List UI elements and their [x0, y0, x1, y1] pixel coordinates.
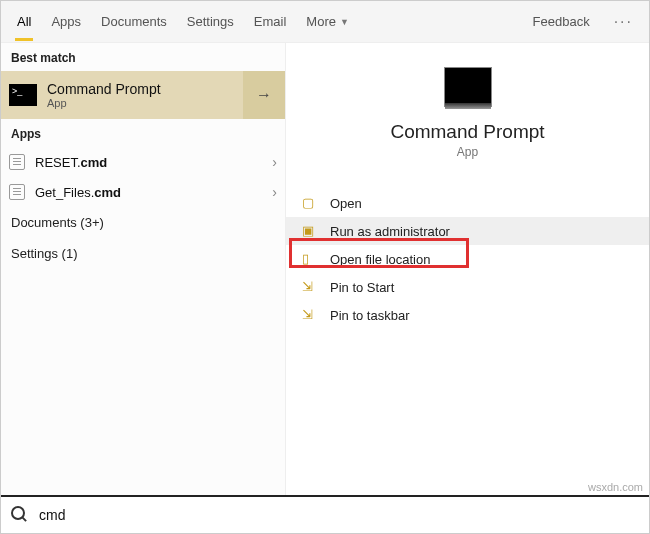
tab-more[interactable]: More▼	[296, 1, 359, 43]
settings-category[interactable]: Settings (1)	[1, 238, 285, 269]
action-label: Pin to Start	[330, 280, 394, 295]
tab-email[interactable]: Email	[244, 1, 297, 43]
pin-icon: ⇲	[302, 307, 318, 323]
tab-label: More	[306, 14, 336, 29]
action-open[interactable]: ▢ Open	[286, 189, 649, 217]
chevron-right-icon: ›	[272, 184, 277, 200]
chevron-right-icon: ›	[272, 154, 277, 170]
preview-panel: Command Prompt App ▢ Open ▣ Run as admin…	[286, 43, 649, 495]
cmd-file-icon	[9, 184, 25, 200]
tab-settings[interactable]: Settings	[177, 1, 244, 43]
best-match-item[interactable]: Command Prompt App →	[1, 71, 285, 119]
preview-subtitle: App	[286, 145, 649, 159]
filter-tabs: All Apps Documents Settings Email More▼ …	[1, 1, 649, 43]
best-match-title: Command Prompt	[47, 81, 243, 97]
action-label: Pin to taskbar	[330, 308, 410, 323]
feedback-link[interactable]: Feedback	[519, 14, 604, 29]
more-options-button[interactable]: ···	[604, 13, 643, 31]
action-label: Open	[330, 196, 362, 211]
best-match-sub: App	[47, 97, 243, 109]
tab-documents[interactable]: Documents	[91, 1, 177, 43]
best-match-text: Command Prompt App	[47, 81, 243, 109]
app-result-label: Get_Files.cmd	[35, 185, 272, 200]
app-result-label: RESET.cmd	[35, 155, 272, 170]
tab-label: Settings	[187, 14, 234, 29]
pin-icon: ⇲	[302, 279, 318, 295]
folder-icon: ▯	[302, 251, 318, 267]
preview-title: Command Prompt	[286, 121, 649, 143]
tab-label: Email	[254, 14, 287, 29]
search-bar	[1, 495, 649, 533]
documents-category[interactable]: Documents (3+)	[1, 207, 285, 238]
feedback-label: Feedback	[533, 14, 590, 29]
tab-label: Apps	[51, 14, 81, 29]
results-panel: Best match Command Prompt App → Apps RES…	[1, 43, 286, 495]
apps-header: Apps	[1, 119, 285, 147]
action-open-file-location[interactable]: ▯ Open file location	[286, 245, 649, 273]
tab-all[interactable]: All	[7, 1, 41, 43]
app-preview: Command Prompt App	[286, 67, 649, 159]
command-prompt-icon	[9, 84, 37, 106]
main-area: Best match Command Prompt App → Apps RES…	[1, 43, 649, 495]
action-pin-to-start[interactable]: ⇲ Pin to Start	[286, 273, 649, 301]
action-pin-to-taskbar[interactable]: ⇲ Pin to taskbar	[286, 301, 649, 329]
action-run-as-administrator[interactable]: ▣ Run as administrator	[286, 217, 649, 245]
expand-arrow-button[interactable]: →	[243, 71, 285, 119]
cmd-file-icon	[9, 154, 25, 170]
action-label: Run as administrator	[330, 224, 450, 239]
search-input[interactable]	[39, 507, 649, 523]
tab-label: All	[17, 14, 31, 29]
command-prompt-large-icon	[444, 67, 492, 107]
watermark: wsxdn.com	[588, 481, 643, 493]
best-match-header: Best match	[1, 43, 285, 71]
shield-icon: ▣	[302, 223, 318, 239]
actions-list: ▢ Open ▣ Run as administrator ▯ Open fil…	[286, 189, 649, 329]
search-icon	[11, 506, 29, 524]
tab-label: Documents	[101, 14, 167, 29]
chevron-down-icon: ▼	[340, 17, 349, 27]
action-label: Open file location	[330, 252, 430, 267]
app-result-item[interactable]: RESET.cmd ›	[1, 147, 285, 177]
tab-apps[interactable]: Apps	[41, 1, 91, 43]
app-result-item[interactable]: Get_Files.cmd ›	[1, 177, 285, 207]
open-icon: ▢	[302, 195, 318, 211]
